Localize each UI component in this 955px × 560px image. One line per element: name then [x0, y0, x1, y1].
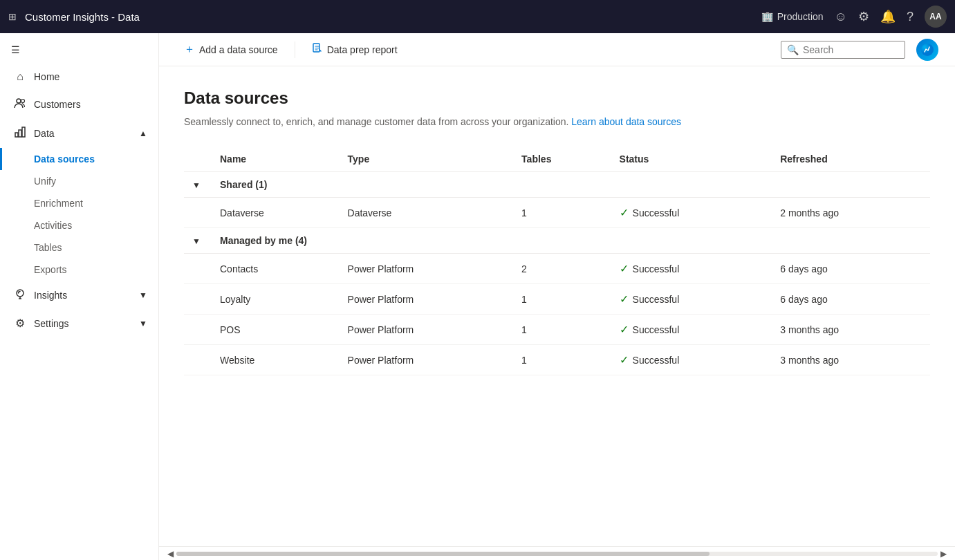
- sidebar-item-customers[interactable]: Customers: [0, 90, 158, 119]
- col-type: Type: [340, 147, 514, 172]
- bell-icon[interactable]: 🔔: [880, 9, 896, 24]
- search-box[interactable]: 🔍: [781, 41, 905, 59]
- col-name[interactable]: Name: [212, 147, 340, 172]
- row-refreshed: 3 months ago: [772, 345, 930, 375]
- row-tables[interactable]: 1: [513, 345, 611, 375]
- svg-point-5: [17, 290, 24, 297]
- col-tables: Tables: [513, 147, 611, 172]
- row-refreshed: 6 days ago: [772, 284, 930, 315]
- row-chevron: [184, 345, 212, 375]
- app-title: Customer Insights - Data: [25, 11, 756, 23]
- sidebar-item-exports[interactable]: Exports: [0, 259, 158, 281]
- toolbar: ＋ Add a data source Data prep report 🔍: [159, 33, 955, 66]
- sidebar-label-customers: Customers: [34, 99, 81, 110]
- row-name[interactable]: Website: [212, 345, 340, 375]
- data-prep-label: Data prep report: [327, 44, 398, 55]
- sidebar-item-enrichment[interactable]: Enrichment: [0, 192, 158, 214]
- sidebar-item-settings[interactable]: ⚙ Settings ▼: [0, 310, 158, 337]
- col-status: Status: [611, 147, 772, 172]
- table-row: Contacts Power Platform 2 ✓ Successful 6…: [184, 254, 930, 284]
- group-chevron[interactable]: ▼: [184, 172, 212, 198]
- sidebar-item-unify[interactable]: Unify: [0, 170, 158, 192]
- status-icon: ✓: [620, 206, 629, 219]
- svg-rect-3: [19, 130, 21, 137]
- help-icon[interactable]: ?: [907, 10, 914, 24]
- sidebar-label-settings: Settings: [34, 318, 69, 329]
- hamburger-button[interactable]: ☰: [0, 36, 158, 64]
- col-chevron: [184, 147, 212, 172]
- settings-chevron-icon: ▼: [139, 319, 147, 328]
- user-avatar[interactable]: AA: [925, 6, 947, 28]
- sidebar-label-data: Data: [34, 128, 55, 139]
- status-icon: ✓: [620, 353, 629, 366]
- table-group-row: ▼ Managed by me (4): [184, 228, 930, 254]
- row-name[interactable]: Contacts: [212, 254, 340, 284]
- environment-icon: 🏢: [761, 11, 773, 22]
- scroll-right-arrow[interactable]: ▶: [940, 549, 947, 559]
- sidebar-label-tables: Tables: [34, 242, 62, 253]
- sidebar-label-unify: Unify: [34, 176, 56, 187]
- settings-icon[interactable]: ⚙: [858, 9, 869, 24]
- search-icon: 🔍: [787, 44, 799, 55]
- description-text: Seamlessly connect to, enrich, and manag…: [184, 116, 568, 127]
- sidebar-item-home[interactable]: ⌂ Home: [0, 64, 158, 90]
- row-tables[interactable]: 1: [513, 315, 611, 345]
- col-refreshed: Refreshed: [772, 147, 930, 172]
- learn-more-link[interactable]: Learn about data sources: [571, 116, 681, 127]
- row-tables[interactable]: 1: [513, 198, 611, 228]
- row-name[interactable]: Dataverse: [212, 198, 340, 228]
- row-chevron: [184, 315, 212, 345]
- horizontal-scrollbar: ◀ ▶: [159, 546, 955, 560]
- customers-icon: [13, 97, 27, 112]
- status-text: Successful: [633, 263, 680, 274]
- table-row: Dataverse Dataverse 1 ✓ Successful 2 mon…: [184, 198, 930, 228]
- sidebar-item-activities[interactable]: Activities: [0, 214, 158, 236]
- data-sources-table: Name Type Tables Status Refreshed: [184, 147, 930, 375]
- row-refreshed: 3 months ago: [772, 315, 930, 345]
- insights-icon: [13, 288, 27, 303]
- row-status: ✓ Successful: [611, 315, 772, 345]
- data-prep-report-button[interactable]: Data prep report: [304, 39, 406, 60]
- report-icon: [312, 43, 323, 56]
- status-icon: ✓: [620, 292, 629, 306]
- row-status: ✓ Successful: [611, 345, 772, 375]
- row-tables[interactable]: 1: [513, 284, 611, 315]
- toolbar-divider: [295, 41, 295, 58]
- environment-selector[interactable]: 🏢 Production: [761, 11, 824, 22]
- grid-icon[interactable]: ⊞: [8, 11, 17, 22]
- row-refreshed: 2 months ago: [772, 198, 930, 228]
- page-content: Data sources Seamlessly connect to, enri…: [159, 66, 955, 546]
- sidebar-label-home: Home: [34, 71, 59, 82]
- smiley-icon[interactable]: ☺: [835, 10, 847, 24]
- topbar: ⊞ Customer Insights - Data 🏢 Production …: [0, 0, 955, 33]
- sidebar-item-data-sources[interactable]: Data sources: [0, 148, 158, 170]
- scroll-track[interactable]: [176, 552, 938, 556]
- add-source-label: Add a data source: [199, 44, 278, 55]
- row-name[interactable]: Loyalty: [212, 284, 340, 315]
- sidebar-label-data-sources: Data sources: [34, 153, 95, 165]
- row-status: ✓ Successful: [611, 254, 772, 284]
- page-title: Data sources: [184, 88, 930, 108]
- status-text: Successful: [633, 294, 680, 305]
- sidebar-item-tables[interactable]: Tables: [0, 236, 158, 259]
- table-header-row: Name Type Tables Status Refreshed: [184, 147, 930, 172]
- sidebar-item-insights[interactable]: Insights ▼: [0, 281, 158, 310]
- row-type: Power Platform: [340, 345, 514, 375]
- sidebar-label-exports: Exports: [34, 264, 66, 275]
- row-status: ✓ Successful: [611, 198, 772, 228]
- add-data-source-button[interactable]: ＋ Add a data source: [176, 38, 286, 61]
- sidebar-item-data[interactable]: Data ▲: [0, 119, 158, 148]
- insights-chevron-icon: ▼: [139, 290, 147, 300]
- group-label: Managed by me (4): [212, 228, 930, 254]
- sidebar-label-insights: Insights: [34, 290, 67, 301]
- row-type: Power Platform: [340, 284, 514, 315]
- row-name[interactable]: POS: [212, 315, 340, 345]
- scroll-left-arrow[interactable]: ◀: [167, 549, 174, 559]
- row-tables[interactable]: 2: [513, 254, 611, 284]
- sidebar-label-enrichment: Enrichment: [34, 198, 83, 209]
- status-text: Successful: [633, 324, 680, 335]
- search-input[interactable]: [803, 44, 899, 55]
- content-area: ＋ Add a data source Data prep report 🔍: [159, 33, 955, 560]
- group-chevron[interactable]: ▼: [184, 228, 212, 254]
- scroll-thumb: [176, 552, 710, 556]
